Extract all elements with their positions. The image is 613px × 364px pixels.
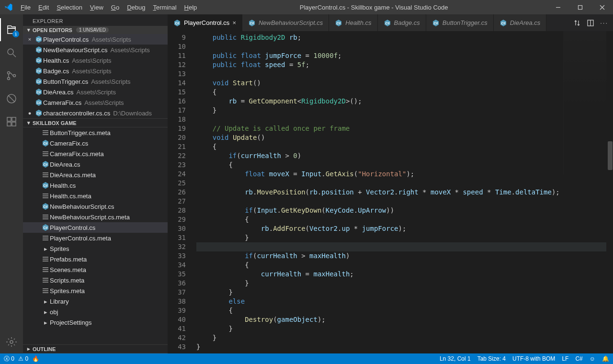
open-editor-item[interactable]: C#Health.csAssets\Scripts <box>23 55 168 66</box>
item-label: NewBehaviourScript.cs.meta <box>50 214 130 221</box>
open-editor-item[interactable]: ●C#charactercontroller.cs.csD:\Downloads <box>23 108 168 118</box>
editor-tab[interactable]: C#Badge.cs× <box>378 14 426 31</box>
file-item[interactable]: Sprites.meta <box>23 285 168 296</box>
csharp-file-icon: C# <box>173 19 181 27</box>
item-label: Library <box>50 298 69 305</box>
editor-tab[interactable]: C#DieArea.cs× <box>494 14 547 31</box>
menu-debug[interactable]: Debug <box>123 4 149 11</box>
editor-area: C#PlayerControl.cs×C#NewBehaviourScript.… <box>168 14 613 353</box>
chevron-right-icon: ▸ <box>41 308 50 316</box>
csharp-file-icon: C# <box>34 99 43 106</box>
status-encoding[interactable]: UTF-8 with BOM <box>512 355 555 362</box>
code-area[interactable]: 9101112131415161718192021222324252627282… <box>168 31 613 353</box>
activity-settings[interactable] <box>0 330 23 353</box>
svg-point-6 <box>8 72 10 74</box>
file-path: D:\Downloads <box>113 110 152 117</box>
scrollbar-thumb[interactable] <box>608 141 613 170</box>
editor-tab[interactable]: C#Health.cs× <box>329 14 377 31</box>
file-path: Assets\Scripts <box>72 68 111 75</box>
status-tabsize[interactable]: Tab Size: 4 <box>477 355 506 362</box>
svg-line-10 <box>8 95 15 102</box>
svg-text:C#: C# <box>37 48 41 52</box>
item-label: Scenes.meta <box>50 266 86 273</box>
open-editor-item[interactable]: ×C#PlayerControl.csAssets\Scripts <box>23 34 168 45</box>
file-item[interactable]: Health.cs.meta <box>23 191 168 201</box>
file-item[interactable]: NewBehaviourScript.cs.meta <box>23 212 168 222</box>
activity-extensions[interactable] <box>0 110 23 133</box>
file-item[interactable]: C#DieArea.cs <box>23 159 168 170</box>
status-flame-icon[interactable]: 🔥 <box>32 355 39 362</box>
open-editor-item[interactable]: C#CameraFix.csAssets\Scripts <box>23 97 168 108</box>
file-item[interactable]: ButtonTrigger.cs.meta <box>23 127 168 138</box>
folder-item[interactable]: ▸obj <box>23 307 168 317</box>
close-icon[interactable]: × <box>25 36 34 42</box>
activity-explorer[interactable]: 1 <box>0 18 23 41</box>
menu-edit[interactable]: Edit <box>34 4 53 11</box>
lines-file-icon <box>41 150 50 158</box>
file-path: Assets\Scripts <box>77 89 116 96</box>
open-editor-item[interactable]: C#Badge.csAssets\Scripts <box>23 66 168 76</box>
file-item[interactable]: Scripts.meta <box>23 275 168 285</box>
file-item[interactable]: PlayerControl.cs.meta <box>23 233 168 243</box>
file-item[interactable]: C#PlayerControl.cs <box>23 222 168 233</box>
status-bell-icon[interactable]: 🔔 <box>602 355 609 362</box>
split-editor-icon[interactable] <box>587 19 594 27</box>
csharp-file-icon: C# <box>34 88 43 96</box>
open-editor-item[interactable]: C#DieArea.csAssets\Scripts <box>23 87 168 97</box>
activity-search[interactable] <box>0 41 23 64</box>
minimize-button[interactable] <box>547 0 569 14</box>
folder-item[interactable]: ▸Sprites <box>23 243 168 254</box>
file-item[interactable]: C#CameraFix.cs <box>23 138 168 148</box>
svg-rect-12 <box>12 117 16 121</box>
editor-tab[interactable]: C#PlayerControl.cs× <box>168 14 242 31</box>
menu-selection[interactable]: Selection <box>53 4 86 11</box>
status-errors[interactable]: ⓧ 0 <box>4 355 14 363</box>
file-item[interactable]: Scenes.meta <box>23 264 168 275</box>
workspace-header[interactable]: ▾ SKILLBOX GAME <box>23 118 168 127</box>
menu-go[interactable]: Go <box>107 4 123 11</box>
item-label: CameraFix.cs <box>50 140 88 147</box>
item-label: Scripts.meta <box>50 277 84 284</box>
file-item[interactable]: C#NewBehaviourScript.cs <box>23 201 168 212</box>
outline-header[interactable]: ▸ OUTLINE <box>23 344 168 353</box>
compare-icon[interactable] <box>573 19 581 27</box>
chevron-down-icon: ▾ <box>25 120 33 126</box>
folder-item[interactable]: ▸ProjectSettings <box>23 317 168 328</box>
file-item[interactable]: Prefabs.meta <box>23 254 168 264</box>
menu-help[interactable]: Help <box>181 4 201 11</box>
svg-point-8 <box>13 75 16 77</box>
open-editors-header[interactable]: ▾ OPEN EDITORS 1 UNSAVED <box>23 26 168 34</box>
lines-file-icon <box>41 129 50 136</box>
editor-scrollbar[interactable] <box>606 31 613 353</box>
status-lncol[interactable]: Ln 32, Col 1 <box>440 355 471 362</box>
status-lang[interactable]: C# <box>575 355 582 362</box>
folder-item[interactable]: ▸Library <box>23 296 168 307</box>
status-feedback-icon[interactable]: ☺ <box>590 355 595 362</box>
open-editor-item[interactable]: C#NewBehaviourScript.csAssets\Scripts <box>23 45 168 55</box>
more-icon[interactable]: ··· <box>600 19 608 26</box>
editor-tab[interactable]: C#NewBehaviourScript.cs× <box>242 14 329 31</box>
lines-file-icon <box>41 171 50 179</box>
menu-view[interactable]: View <box>86 4 107 11</box>
close-button[interactable] <box>591 0 613 14</box>
status-warnings[interactable]: ⚠ 0 <box>18 355 28 362</box>
close-icon[interactable]: × <box>232 19 236 26</box>
maximize-button[interactable] <box>569 0 591 14</box>
minimap[interactable] <box>563 31 606 175</box>
svg-text:C#: C# <box>37 38 41 41</box>
file-item[interactable]: CameraFix.cs.meta <box>23 148 168 159</box>
open-editor-item[interactable]: C#ButtonTrigger.csAssets\Scripts <box>23 76 168 87</box>
menu-terminal[interactable]: Terminal <box>149 4 180 11</box>
menu-file[interactable]: File <box>17 4 34 11</box>
code-content[interactable]: public Rigidbody2D rb; public float jump… <box>194 31 613 353</box>
status-eol[interactable]: LF <box>562 355 568 362</box>
svg-text:C#: C# <box>37 112 41 115</box>
svg-point-15 <box>10 341 13 343</box>
editor-tab[interactable]: C#ButtonTrigger.cs× <box>426 14 494 31</box>
activity-scm[interactable] <box>0 64 23 87</box>
file-item[interactable]: C#Health.cs <box>23 180 168 191</box>
tab-label: Health.cs <box>345 19 371 26</box>
file-item[interactable]: DieArea.cs.meta <box>23 170 168 180</box>
activity-debug[interactable] <box>0 87 23 110</box>
item-label: PlayerControl.cs <box>50 224 95 231</box>
